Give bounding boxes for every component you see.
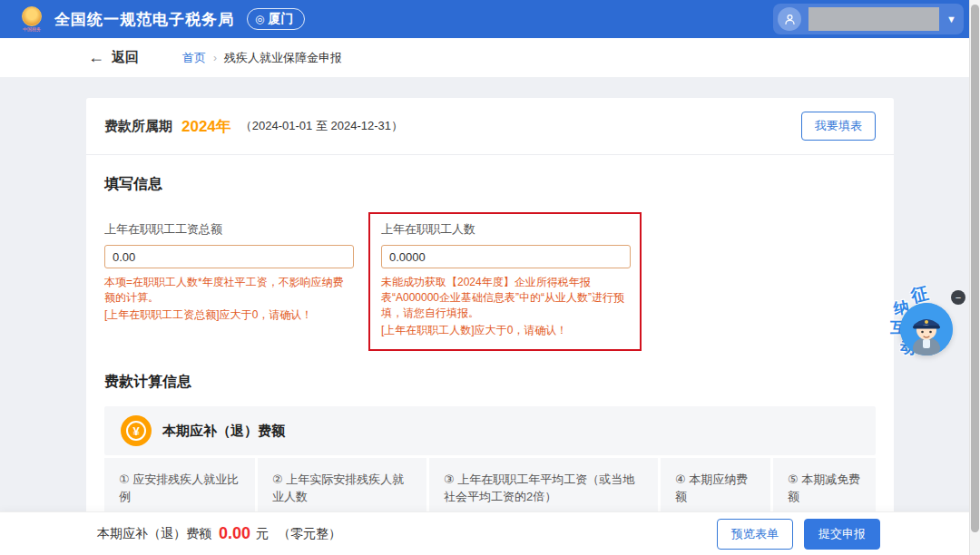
footer-amount-words: （零元整） (278, 526, 341, 542)
employee-count-warning-2: [上年在职职工人数]应大于0，请确认！ (381, 323, 631, 338)
highlight-red-box: 上年在职职工人数 未能成功获取【2024年度】企业所得税年报表“A000000企… (368, 212, 642, 351)
field-employee-count: 上年在职职工人数 未能成功获取【2024年度】企业所得税年报表“A000000企… (381, 221, 631, 338)
national-emblem-icon (22, 6, 42, 26)
calc-header: ① 应安排残疾人就业比例 (119, 471, 240, 505)
fields-row: 上年在职职工工资总额 本项=在职职工人数*年度社平工资，不影响应纳费额的计算。 … (104, 212, 876, 351)
fee-period-row: 费款所属期 2024年 （2024-01-01 至 2024-12-31） 我要… (86, 98, 894, 155)
calc-header: ③ 上年在职职工年平均工资（或当地社会平均工资的2倍） (444, 471, 643, 505)
tax-interaction-mascot[interactable]: 征 纳 互 动 − (887, 283, 969, 366)
submit-declaration-button[interactable]: 提交申报 (804, 519, 880, 550)
logo-caption: 中国税务 (23, 26, 41, 32)
total-wages-warning-1: 本项=在职职工人数*年度社平工资，不影响应纳费额的计算。 (104, 275, 354, 306)
calc-header: ② 上年实际安排残疾人就业人数 (272, 471, 412, 505)
footer-amount-unit: 元 (256, 526, 269, 542)
user-name-redacted (808, 7, 939, 31)
page-scrollbar[interactable] (969, 0, 980, 555)
chevron-down-icon: ▼ (946, 14, 956, 24)
main-content: 费款所属期 2024年 （2024-01-01 至 2024-12-31） 我要… (0, 77, 969, 511)
field-total-wages: 上年在职职工工资总额 本项=在职职工人数*年度社平工资，不影响应纳费额的计算。 … (104, 221, 354, 323)
total-wages-warning-2: [上年在职职工工资总额]应大于0，请确认！ (104, 307, 354, 323)
footer-amount-value: 0.00 (219, 524, 250, 543)
tax-bureau-logo: 中国税务 (18, 5, 45, 33)
fill-info-title: 填写信息 (104, 175, 876, 194)
mascot-minimize-button[interactable]: − (951, 290, 965, 305)
fee-period-label: 费款所属期 (104, 118, 172, 135)
minus-icon: − (956, 293, 961, 303)
footer-amount-label: 本期应补（退）费额 (97, 526, 211, 542)
footer-buttons: 预览表单 提交申报 (717, 519, 880, 550)
fill-form-button[interactable]: 我要填表 (801, 112, 876, 141)
fee-period-year: 2024年 (181, 116, 231, 137)
breadcrumb-bar: ← 返回 首页 › 残疾人就业保障金申报 (0, 38, 980, 77)
location-selector[interactable]: ◎ 厦门 (247, 8, 305, 30)
app-title: 全国统一规范电子税务局 (54, 9, 234, 30)
location-label: 厦门 (268, 11, 293, 27)
app-header: 中国税务 全国统一规范电子税务局 ◎ 厦门 ▼ (0, 0, 980, 38)
declaration-card: 费款所属期 2024年 （2024-01-01 至 2024-12-31） 我要… (86, 98, 894, 555)
back-button[interactable]: ← 返回 (88, 48, 139, 67)
calc-header: ④ 本期应纳费额 (675, 471, 756, 505)
mascot-avatar (900, 303, 953, 355)
breadcrumb-home-link[interactable]: 首页 (182, 50, 206, 66)
fee-calculation-title: 费款计算信息 (104, 373, 876, 392)
scrollbar-thumb[interactable] (971, 5, 979, 532)
currency-yen-icon: ¥ (121, 415, 152, 446)
current-payable-title: 本期应补（退）费额 (162, 423, 285, 440)
back-arrow-icon: ← (88, 48, 104, 67)
back-label: 返回 (112, 49, 139, 66)
breadcrumb-current: 残疾人就业保障金申报 (224, 50, 342, 66)
user-avatar-icon (778, 7, 801, 31)
employee-count-label: 上年在职职工人数 (381, 221, 631, 238)
current-payable-panel: ¥ 本期应补（退）费额 (104, 406, 876, 455)
breadcrumb: 首页 › 残疾人就业保障金申报 (182, 50, 342, 66)
breadcrumb-separator-icon: › (213, 52, 217, 64)
total-wages-input[interactable] (104, 245, 354, 268)
preview-form-button[interactable]: 预览表单 (717, 519, 793, 550)
user-account-widget[interactable]: ▼ (773, 4, 964, 34)
fill-info-section: 填写信息 上年在职职工工资总额 本项=在职职工人数*年度社平工资，不影响应纳费额… (86, 155, 894, 356)
employee-count-warning-1: 未能成功获取【2024年度】企业所得税年报表“A000000企业基础信息表”中的… (381, 275, 631, 321)
employee-count-input[interactable] (381, 245, 631, 268)
location-pin-icon: ◎ (255, 13, 264, 25)
calc-header: ⑤ 本期减免费额 (788, 471, 861, 505)
fee-period-range: （2024-01-01 至 2024-12-31） (240, 118, 403, 134)
action-footer: 本期应补（退）费额 0.00 元 （零元整） 预览表单 提交申报 (0, 511, 980, 555)
total-wages-label: 上年在职职工工资总额 (104, 221, 354, 238)
